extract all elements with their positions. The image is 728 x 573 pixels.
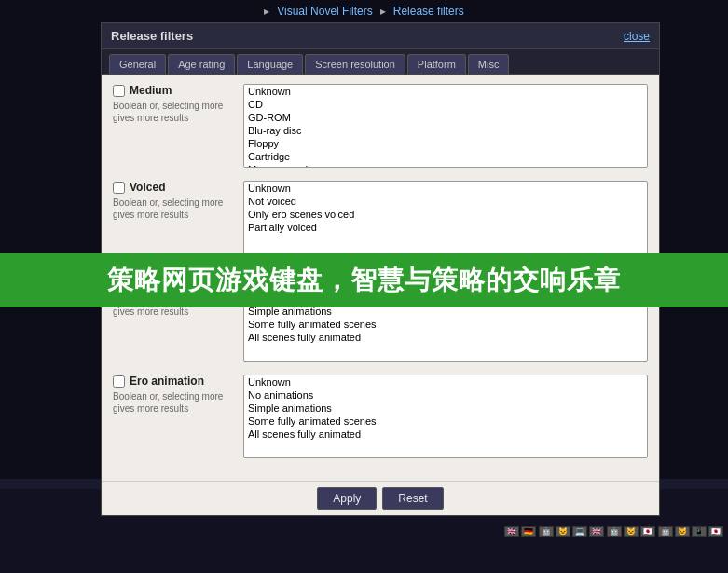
flag-icon: 🤖	[539, 526, 554, 537]
list-item[interactable]: GD-ROM	[244, 111, 647, 124]
ero-animation-checkbox[interactable]	[113, 375, 125, 388]
release-filters-link[interactable]: Release filters	[393, 5, 464, 18]
filter-label-col-medium: Medium Boolean or, selecting more gives …	[113, 84, 243, 124]
flag-icon: 🇯🇵	[640, 526, 655, 537]
tab-general[interactable]: General	[109, 54, 166, 74]
medium-listbox[interactable]: Unknown CD GD-ROM Blu-ray disc Floppy Ca…	[243, 84, 648, 168]
flag-icon: 🇬🇧	[504, 526, 519, 537]
sidebar-left	[0, 22, 101, 479]
tab-platform[interactable]: Platform	[407, 54, 466, 74]
ero-animation-desc: Boolean or, selecting more gives more re…	[113, 390, 236, 415]
tab-age-rating[interactable]: Age rating	[168, 54, 235, 74]
promo-banner: 策略网页游戏键盘，智慧与策略的交响乐章	[0, 253, 728, 307]
filter-row-voiced: Voiced Boolean or, selecting more gives …	[113, 181, 648, 265]
ero-animation-listbox[interactable]: Unknown No animations Simple animations …	[243, 375, 648, 458]
filter-label-col-voiced: Voiced Boolean or, selecting more gives …	[113, 181, 243, 221]
flag-icon: 🇯🇵	[708, 526, 723, 537]
flag-icon: 💻	[572, 526, 587, 537]
medium-list-col: Unknown CD GD-ROM Blu-ray disc Floppy Ca…	[243, 84, 648, 168]
top-nav: ▸ Visual Novel Filters ▸ Release filters	[0, 0, 728, 22]
medium-checkbox[interactable]	[113, 85, 125, 97]
voiced-desc: Boolean or, selecting more gives more re…	[113, 197, 236, 221]
list-item[interactable]: Unknown	[244, 85, 647, 98]
voiced-label: Voiced	[130, 181, 165, 194]
tab-bar: General Age rating Language Screen resol…	[102, 49, 659, 75]
list-item[interactable]: CD	[244, 98, 647, 111]
medium-label: Medium	[130, 84, 172, 97]
list-item[interactable]: Blu-ray disc	[244, 124, 647, 137]
list-item[interactable]: Cartridge	[244, 150, 647, 163]
flag-row-1: 🇬🇧 🇩🇪	[504, 526, 536, 537]
list-item[interactable]: Not voiced	[244, 195, 647, 208]
filter-row-medium: Medium Boolean or, selecting more gives …	[113, 84, 648, 168]
ero-animation-checkbox-row: Ero animation	[113, 375, 236, 388]
banner-text: 策略网页游戏键盘，智慧与策略的交响乐章	[107, 266, 621, 294]
voiced-list-col: Unknown Not voiced Only ero scenes voice…	[243, 181, 648, 265]
tab-misc[interactable]: Misc	[468, 54, 510, 74]
triangle-icon: ▸	[264, 5, 269, 18]
list-item[interactable]: Unknown	[244, 375, 647, 389]
medium-checkbox-row: Medium	[113, 84, 236, 97]
modal-title: Release filters	[111, 29, 193, 43]
modal-footer: Apply Reset	[102, 481, 659, 515]
flag-icon: 🤖	[658, 526, 673, 537]
list-item[interactable]: Some fully animated scenes	[244, 318, 647, 331]
modal-titlebar: Release filters close	[102, 23, 659, 49]
tab-screen-resolution[interactable]: Screen resolution	[305, 54, 405, 74]
flag-icon: 📱	[692, 526, 707, 537]
list-item[interactable]: Partially voiced	[244, 221, 647, 234]
flag-icon: 🤖	[607, 526, 622, 537]
flag-row-4: 🤖 🐱 📱 🇯🇵	[658, 526, 723, 537]
list-item[interactable]: Unknown	[244, 182, 647, 195]
list-item[interactable]: Some fully animated scenes	[244, 415, 647, 428]
ero-animation-list-col: Unknown No animations Simple animations …	[243, 375, 648, 458]
filter-label-col-ero-animation: Ero animation Boolean or, selecting more…	[113, 375, 243, 415]
voiced-checkbox-row: Voiced	[113, 181, 236, 194]
flag-icon: 🇬🇧	[589, 526, 604, 537]
list-item[interactable]: Memory card	[244, 163, 647, 168]
list-item[interactable]: All scenes fully animated	[244, 428, 647, 441]
list-item[interactable]: Simple animations	[244, 402, 647, 415]
voiced-listbox[interactable]: Unknown Not voiced Only ero scenes voice…	[243, 181, 648, 265]
list-item[interactable]: Floppy	[244, 137, 647, 150]
list-item[interactable]: Only ero scenes voiced	[244, 208, 647, 221]
visual-novel-filters-link[interactable]: Visual Novel Filters	[277, 5, 372, 18]
modal-close-button[interactable]: close	[624, 30, 650, 43]
flag-row-3: 🤖 🐱 🇯🇵	[607, 526, 655, 537]
tab-language[interactable]: Language	[237, 54, 303, 74]
list-item[interactable]: No animations	[244, 389, 647, 402]
flag-icon: 🇩🇪	[521, 526, 536, 537]
medium-desc: Boolean or, selecting more gives more re…	[113, 100, 236, 124]
flag-icon: 🐱	[675, 526, 690, 537]
flag-icon: 🐱	[556, 526, 570, 537]
apply-button[interactable]: Apply	[317, 487, 377, 510]
filter-row-ero-animation: Ero animation Boolean or, selecting more…	[113, 375, 648, 458]
flag-row-2: 🤖 🐱 💻 🇬🇧	[539, 526, 604, 537]
reset-button[interactable]: Reset	[382, 487, 443, 510]
sidebar-right	[660, 22, 728, 479]
list-item[interactable]: All scenes fully animated	[244, 331, 647, 344]
flag-icon: 🐱	[624, 526, 639, 537]
voiced-checkbox[interactable]	[113, 182, 125, 194]
nav-separator: ▸	[380, 5, 386, 18]
ero-animation-label: Ero animation	[130, 375, 204, 388]
